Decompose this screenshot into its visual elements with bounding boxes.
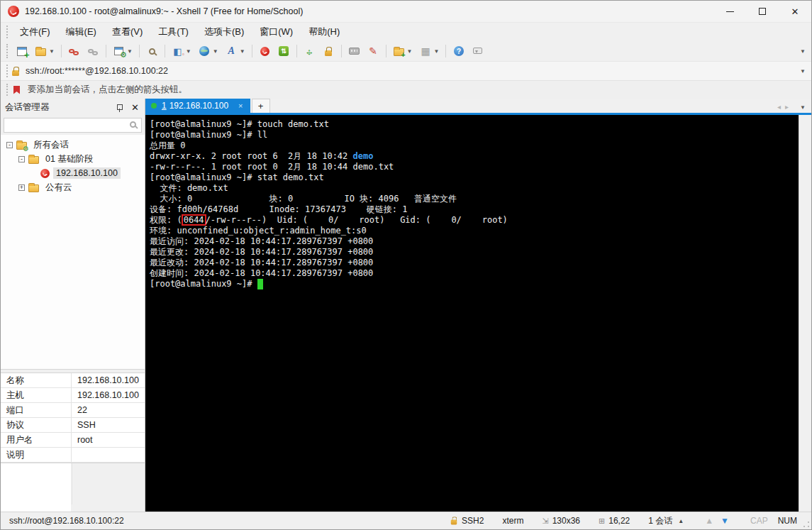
virtual-keyboard-button[interactable] xyxy=(345,43,363,59)
close-button[interactable]: ✕ xyxy=(779,1,811,22)
fullscreen-button[interactable] xyxy=(301,43,318,59)
web-browser-caret-icon[interactable]: ▼ xyxy=(213,48,218,55)
session-url[interactable]: ssh://root:******@192.168.10.100:22 xyxy=(26,66,168,76)
new-folder-caret-icon[interactable]: ▼ xyxy=(407,48,413,55)
tree-item-01-基础阶段[interactable]: -01 基础阶段 xyxy=(1,152,145,166)
toolbar-separator xyxy=(252,45,252,57)
tab-scroll-arrows[interactable]: ◂▸ xyxy=(777,103,793,111)
property-row[interactable]: 用户名root xyxy=(1,433,145,448)
terminal-scrollbar[interactable] xyxy=(799,115,811,512)
session-icon xyxy=(40,169,50,178)
toolbar-drag-handle[interactable] xyxy=(6,44,9,58)
highlight-pen-button[interactable]: ✎ xyxy=(365,43,382,59)
session-properties-caret-icon[interactable]: ▼ xyxy=(127,48,133,55)
terminal-line: [root@almalinux9 ~]# ll xyxy=(150,130,799,140)
addressbar-caret[interactable]: ▼ xyxy=(800,68,806,74)
menu-item-t[interactable]: 工具(T) xyxy=(150,23,196,40)
collapse-icon[interactable]: - xyxy=(18,156,25,162)
terminal-screen[interactable]: [root@almalinux9 ~]# touch demo.txt[root… xyxy=(145,115,799,512)
find-button[interactable] xyxy=(143,43,161,59)
xshell-button[interactable] xyxy=(256,43,274,59)
tree-item-192.168.10.100[interactable]: 192.168.10.100 xyxy=(1,166,145,180)
minimize-button[interactable] xyxy=(713,1,746,22)
menu-item-h[interactable]: 帮助(H) xyxy=(301,23,347,40)
open-folder-caret-icon[interactable]: ▼ xyxy=(49,48,55,55)
menu-item-e[interactable]: 编辑(E) xyxy=(58,23,104,40)
terminal-line: 大小: 0 块: 0 IO 块: 4096 普通空文件 xyxy=(150,194,799,204)
scroll-top-icon[interactable]: ▲ xyxy=(705,516,713,526)
web-browser-button[interactable]: ▼ xyxy=(196,43,221,59)
terminal-line: 总用量 0 xyxy=(150,140,799,151)
add-session-flag-icon[interactable] xyxy=(13,86,20,94)
toolbar-overflow-caret[interactable]: ▼ xyxy=(800,48,806,55)
protocol-label: SSH2 xyxy=(462,516,484,526)
session-properties-button[interactable]: ▼ xyxy=(110,43,135,59)
tree-item-所有会话[interactable]: -⚙所有会话 xyxy=(1,138,145,152)
tree-item-label: 01 基础阶段 xyxy=(43,153,96,166)
new-tab-button[interactable]: + xyxy=(252,99,270,113)
font-caret-icon[interactable]: ▼ xyxy=(240,48,245,55)
status-protocol: SSH2 xyxy=(450,516,484,526)
new-session-button[interactable] xyxy=(13,43,30,59)
search-icon[interactable] xyxy=(130,121,136,128)
toolbar-separator xyxy=(445,45,446,57)
new-folder-button[interactable]: +▼ xyxy=(390,43,416,59)
size-label: 130x36 xyxy=(552,516,580,526)
resize-grip[interactable] xyxy=(803,521,810,528)
maximize-button[interactable] xyxy=(746,1,779,22)
menu-item-b[interactable]: 选项卡(B) xyxy=(196,23,252,40)
font-button[interactable]: A▼ xyxy=(223,43,248,59)
panes-button[interactable]: ◧▼ xyxy=(169,43,194,59)
find-icon xyxy=(146,45,158,57)
tab-session-1[interactable]: 1 192.168.10.100 × xyxy=(145,99,250,113)
resize-icon: ⇲ xyxy=(542,517,548,526)
status-terminal-type[interactable]: xterm xyxy=(502,516,523,526)
session-manager-title: 会话管理器 xyxy=(5,101,116,114)
menu-item-w[interactable]: 窗口(W) xyxy=(252,23,301,40)
font-icon: A xyxy=(226,45,238,57)
tab-scroll-right-icon[interactable]: ▸ xyxy=(785,103,793,111)
tree-item-公有云[interactable]: +公有云 xyxy=(1,180,145,194)
property-row[interactable]: 端口22 xyxy=(1,403,145,418)
scroll-bottom-icon[interactable]: ▼ xyxy=(721,516,729,526)
session-search xyxy=(1,116,145,135)
tab-close-icon[interactable]: × xyxy=(238,101,243,110)
help-button[interactable]: ? xyxy=(450,43,467,59)
layout-button[interactable]: ▦▼ xyxy=(417,43,443,59)
collapse-icon[interactable]: - xyxy=(6,142,13,148)
reconnect-button[interactable] xyxy=(84,43,102,59)
status-bar: ssh://root@192.168.10.100:22 SSH2 xterm … xyxy=(1,512,811,529)
property-row[interactable]: 名称192.168.10.100 xyxy=(1,373,145,388)
menubar-drag-handle[interactable] xyxy=(6,26,9,38)
menu-item-v[interactable]: 查看(V) xyxy=(104,23,150,40)
tab-scroll-left-icon[interactable]: ◂ xyxy=(777,103,785,111)
menu-item-f[interactable]: 文件(F) xyxy=(12,23,58,40)
disconnect-button[interactable] xyxy=(65,43,83,59)
feedback-button[interactable] xyxy=(469,43,486,59)
property-value: 192.168.10.100 xyxy=(72,373,145,387)
pin-icon[interactable] xyxy=(116,104,123,112)
minimize-icon xyxy=(726,11,734,12)
expand-icon[interactable]: + xyxy=(18,184,25,191)
property-row[interactable]: 协议SSH xyxy=(1,418,145,433)
property-row[interactable]: 说明 xyxy=(1,448,145,463)
property-label: 用户名 xyxy=(1,433,72,447)
layout-caret-icon[interactable]: ▼ xyxy=(434,48,440,55)
num-lock-indicator: NUM xyxy=(778,516,797,526)
lock-screen-button[interactable] xyxy=(320,43,338,59)
panel-close-icon[interactable]: ✕ xyxy=(131,102,139,113)
status-sessions[interactable]: 1 会话▲ xyxy=(648,515,684,527)
feedback-icon xyxy=(472,45,484,57)
property-row[interactable]: 主机192.168.10.100 xyxy=(1,388,145,403)
panes-icon: ◧ xyxy=(172,45,184,57)
status-size: ⇲130x36 xyxy=(542,516,580,526)
xftp-button[interactable]: ⇅ xyxy=(275,43,293,59)
infobar-drag-handle[interactable] xyxy=(6,84,9,96)
tab-list-caret[interactable]: ▼ xyxy=(800,104,806,111)
open-folder-icon xyxy=(35,45,47,57)
panes-caret-icon[interactable]: ▼ xyxy=(186,48,191,55)
session-search-input[interactable] xyxy=(4,118,142,133)
addressbar-drag-handle[interactable] xyxy=(6,65,9,77)
property-label: 主机 xyxy=(1,388,72,402)
open-folder-button[interactable]: ▼ xyxy=(32,43,57,59)
